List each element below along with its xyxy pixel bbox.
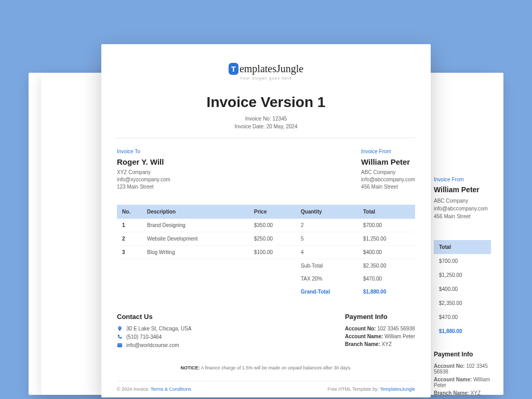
table-row: $1,250.00	[434, 268, 491, 282]
mail-icon	[117, 342, 123, 348]
invoice-from-address: 456 Main Street	[361, 184, 415, 190]
account-name: Account Name: William Peter	[345, 334, 415, 339]
table-row: 2 Website Development $250.00 5 $1,250.0…	[117, 232, 415, 246]
template-link[interactable]: TemplatesJungle	[380, 387, 415, 392]
invoice-to-company: XYZ Company	[117, 169, 170, 175]
subtotal-row: Sub-Total $2,350.00	[117, 259, 415, 272]
invoice-main: TemplatesJungle Your slogan goes here In…	[101, 44, 431, 397]
terms-link[interactable]: Terms & Conditions	[151, 387, 191, 392]
table-row: $1,880.00	[434, 324, 491, 338]
table-header: No. Description Price Quantity Total	[117, 205, 415, 219]
invoice-date: Invoice Date: 20 May, 2024	[117, 124, 415, 129]
invoice-from: Invoice From William Peter ABC Company i…	[361, 149, 415, 191]
contact-email: info@worldcourse.com	[117, 342, 192, 348]
tax-row: TAX 20% $470.00	[117, 272, 415, 285]
grand-total-row: Grand-Total $1,880.00	[117, 285, 415, 298]
invoice-to: Invoice To Roger Y. Will XYZ Company inf…	[117, 149, 170, 191]
contact-address: 30 E Lake St, Chicaga, USA	[117, 326, 192, 331]
branch-name: Branch Name: XYZ	[345, 341, 415, 347]
invoice-from-name: William Peter	[434, 185, 491, 194]
notice: NOTICE: A finance charge of 1.5% will be…	[117, 365, 415, 370]
table-row: $2,350.00	[434, 296, 491, 310]
table-row: 1 Brand Designing $350.00 2 $700.00	[117, 219, 415, 232]
invoice-from-company: ABC Company	[434, 198, 491, 204]
logo-slogan: Your slogan goes here	[117, 76, 415, 81]
account-no: Account No: 102 3345 56938	[345, 326, 415, 331]
invoice-to-name: Roger Y. Will	[117, 157, 170, 166]
copyright: © 2024 Invoice.	[117, 387, 150, 392]
invoice-from-label: Invoice From	[361, 149, 415, 154]
table-row: $400.00	[434, 282, 491, 296]
invoice-to-address: 123 Main Street	[117, 184, 170, 190]
payment-title: Payment Info	[434, 351, 491, 358]
contact-phone: (510) 710-3464	[117, 334, 192, 340]
logo: TemplatesJungle Your slogan goes here	[117, 63, 415, 81]
divider	[117, 138, 415, 138]
table-row: 3 Blog Writing $100.00 4 $400.00	[117, 246, 415, 259]
invoice-no: Invoice No: 12345	[117, 116, 415, 122]
invoice-from-address: 456 Main Street	[434, 214, 491, 219]
contact-section: Contact Us 30 E Lake St, Chicaga, USA (5…	[117, 313, 192, 351]
footer: © 2024 Invoice. Terms & Conditions Free …	[117, 381, 415, 392]
invoice-from-label: Invoice From	[434, 177, 491, 182]
line-items-table: No. Description Price Quantity Total 1 B…	[117, 205, 415, 298]
logo-text: emplatesJungle	[240, 63, 303, 75]
page-title: Invoice Version 1	[117, 94, 415, 111]
invoice-to-label: Invoice To	[117, 149, 170, 154]
table-row: $470.00	[434, 310, 491, 324]
invoice-from-email: info@abccompany.com	[434, 206, 491, 211]
payment-title: Payment Info	[345, 313, 415, 321]
contact-title: Contact Us	[117, 313, 192, 321]
invoice-from-email: info@abccompany.com	[361, 177, 415, 182]
logo-badge: T	[229, 63, 238, 75]
pin-icon	[117, 326, 123, 331]
invoice-to-email: info@xyzcompany.com	[117, 177, 170, 182]
parties: Invoice To Roger Y. Will XYZ Company inf…	[117, 149, 415, 191]
invoice-from-company: ABC Company	[361, 169, 415, 175]
invoice-from-name: William Peter	[361, 157, 415, 166]
phone-icon	[117, 334, 123, 340]
template-text: Free HTML Template by:	[328, 387, 379, 392]
bottom-sections: Contact Us 30 E Lake St, Chicaga, USA (5…	[117, 313, 415, 351]
table-row: $700.00	[434, 254, 491, 268]
payment-section: Payment Info Account No: 102 3345 56938 …	[345, 313, 415, 351]
